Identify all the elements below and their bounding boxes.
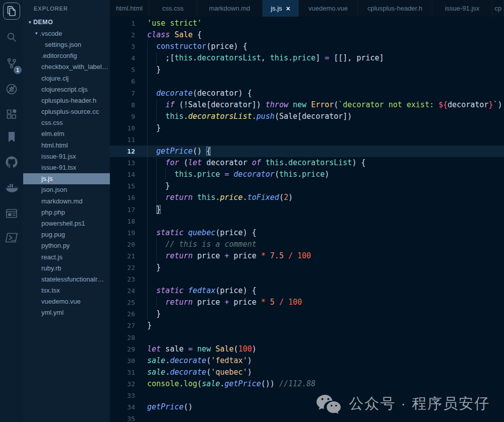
line-number: 2	[110, 29, 135, 41]
code-line-32[interactable]: 32console.log(sale.getPrice()) //112.88	[110, 378, 504, 390]
expand-arrow-icon: ▾	[35, 31, 38, 36]
tree-item-tsx.tsx[interactable]: tsx.tsx	[23, 285, 110, 296]
code-line-2[interactable]: 2class Sale {	[110, 29, 504, 41]
tree-item-.vscode[interactable]: ▾.vscode	[23, 28, 110, 39]
tree-item-html.html[interactable]: html.html	[23, 139, 110, 151]
tree-item-label: python.py	[41, 242, 70, 249]
code-line-17[interactable]: 17 }	[110, 204, 504, 216]
tree-item-vuedemo.vue[interactable]: vuedemo.vue	[23, 296, 110, 307]
code-line-14[interactable]: 14 this.price = decorator(this.price)	[110, 169, 504, 180]
code-line-7[interactable]: 7 decorate(decorator) {	[110, 88, 504, 99]
code-line-22[interactable]: 22 }	[110, 262, 504, 273]
tree-item-php.php[interactable]: php.php	[23, 206, 110, 218]
code-line-28[interactable]: 28	[110, 332, 504, 343]
extensions-icon[interactable]	[3, 106, 20, 123]
code-line-9[interactable]: 9 this.decoratorsList.push(Sale[decorato…	[110, 111, 504, 122]
docker-icon[interactable]	[3, 180, 20, 197]
tab-markdown.md[interactable]: markdown.md	[197, 0, 263, 17]
code-text: }	[147, 122, 504, 134]
code-line-12[interactable]: 12 getPrice() {	[110, 146, 504, 157]
tree-item-clojurescript.cljs[interactable]: clojurescript.cljs	[23, 84, 110, 95]
line-number: 13	[110, 157, 135, 169]
code-line-4[interactable]: 4 ;[this.decoratorsList, this.price] = […	[110, 52, 504, 64]
code-line-27[interactable]: 27}	[110, 320, 504, 331]
tree-item-pug.pug[interactable]: pug.pug	[23, 229, 110, 240]
tab-cplusplus-header.h[interactable]: cplusplus-header.h	[358, 0, 432, 17]
code-line-24[interactable]: 24 static fedtax(price) {	[110, 285, 504, 297]
tab-css.css[interactable]: css.css	[149, 0, 197, 17]
tree-item-powershell.ps1[interactable]: powershell.ps1	[23, 218, 110, 229]
code-line-26[interactable]: 26 }	[110, 308, 504, 320]
tree-item-cplusplus-header.h[interactable]: cplusplus-header.h	[23, 95, 110, 106]
github-icon[interactable]	[3, 154, 20, 171]
line-number: 31	[110, 367, 135, 378]
powershell-icon[interactable]	[3, 229, 20, 246]
debug-disabled-icon[interactable]	[3, 81, 20, 98]
tab-js.js[interactable]: js.js×	[263, 0, 299, 17]
close-tab-icon[interactable]: ×	[286, 5, 290, 13]
tree-item-ruby.rb[interactable]: ruby.rb	[23, 262, 110, 273]
tree-item-python.py[interactable]: python.py	[23, 240, 110, 251]
tree-item-clojure.clj[interactable]: clojure.clj	[23, 73, 110, 84]
bookmark-icon[interactable]	[3, 128, 20, 146]
code-line-10[interactable]: 10 }	[110, 122, 504, 134]
tree-item-cplusplus-source.cc[interactable]: cplusplus-source.cc	[23, 106, 110, 117]
tree-item-markdown.md[interactable]: markdown.md	[23, 195, 110, 206]
code-line-18[interactable]: 18	[110, 216, 504, 227]
code-line-21[interactable]: 21 return price + price * 7.5 / 100	[110, 250, 504, 262]
code-line-15[interactable]: 15 }	[110, 180, 504, 192]
search-icon[interactable]	[3, 29, 20, 46]
browser-preview-icon[interactable]	[3, 205, 20, 222]
code-line-16[interactable]: 16 return this.price.toFixed(2)	[110, 192, 504, 203]
tree-item-label: yml.yml	[41, 309, 64, 316]
tree-item-issue-91.jsx[interactable]: issue-91.jsx	[23, 151, 110, 162]
tree-item-issue-91.tsx[interactable]: issue-91.tsx	[23, 162, 110, 173]
code-line-5[interactable]: 5 }	[110, 64, 504, 76]
code-line-30[interactable]: 30sale.decorate('fedtax')	[110, 355, 504, 367]
tree-item-statelessfunctionalr[interactable]: statelessfunctionalr…	[23, 273, 110, 285]
tree-item-json.json[interactable]: json.json	[23, 184, 110, 195]
code-line-31[interactable]: 31sale.decorate('quebec')	[110, 367, 504, 378]
tree-item-js.js[interactable]: js.js	[23, 173, 110, 184]
tab-vuedemo.vue[interactable]: vuedemo.vue	[299, 0, 358, 17]
code-line-20[interactable]: 20 // this is a comment	[110, 239, 504, 250]
code-line-6[interactable]: 6	[110, 76, 504, 87]
source-control-icon[interactable]: 1	[3, 55, 20, 72]
tree-item-label: statelessfunctionalr…	[41, 275, 104, 283]
code-line-29[interactable]: 29let sale = new Sale(100)	[110, 343, 504, 355]
tree-item-checkbox_with_label[interactable]: checkbox_with_label…	[23, 61, 110, 73]
line-number: 12	[110, 146, 135, 157]
code-line-35[interactable]: 35	[110, 413, 504, 422]
tree-item-css.css[interactable]: css.css	[23, 117, 110, 128]
tree-item-label: elm.elm	[41, 130, 65, 137]
tree-item-react.js[interactable]: react.js	[23, 251, 110, 262]
code-text: return this.price.toFixed(2)	[147, 192, 504, 203]
code-text: static fedtax(price) {	[147, 285, 504, 297]
code-line-3[interactable]: 3 constructor(price) {	[110, 41, 504, 52]
code-text: }	[147, 204, 504, 216]
expand-arrow-icon: ▾	[29, 20, 31, 25]
code-line-11[interactable]: 11	[110, 134, 504, 146]
code-editor[interactable]: 1'use strict'2class Sale {3 constructor(…	[110, 17, 504, 422]
tab-issue-91.jsx[interactable]: issue-91.jsx	[432, 0, 492, 17]
tab-label: cplusplus-header.h	[367, 5, 422, 12]
tab-cp[interactable]: cp	[492, 0, 504, 17]
code-line-23[interactable]: 23	[110, 273, 504, 285]
code-line-13[interactable]: 13 for (let decorator of this.decorators…	[110, 157, 504, 169]
tab-html.html[interactable]: html.html	[110, 0, 149, 17]
code-line-19[interactable]: 19 static quebec(price) {	[110, 227, 504, 239]
tree-item-.editorconfig[interactable]: .editorconfig	[23, 50, 110, 61]
explorer-files-icon[interactable]	[3, 3, 20, 20]
line-number: 21	[110, 250, 135, 262]
tree-item-yml.yml[interactable]: yml.yml	[23, 307, 110, 318]
code-text: ;[this.decoratorsList, this.price] = [[]…	[147, 52, 504, 64]
tree-item-elm.elm[interactable]: elm.elm	[23, 128, 110, 139]
tab-label: vuedemo.vue	[308, 5, 348, 12]
code-line-25[interactable]: 25 return price + price * 5 / 100	[110, 297, 504, 308]
code-line-8[interactable]: 8 if (!Sale[decorator]) throw new Error(…	[110, 99, 504, 111]
tree-item-settings.json[interactable]: settings.json	[23, 39, 110, 50]
code-text: }	[147, 64, 504, 76]
tree-item-demo[interactable]: ▾DEMO	[23, 17, 110, 28]
tree-item-label: vuedemo.vue	[41, 298, 81, 305]
code-line-1[interactable]: 1'use strict'	[110, 18, 504, 29]
